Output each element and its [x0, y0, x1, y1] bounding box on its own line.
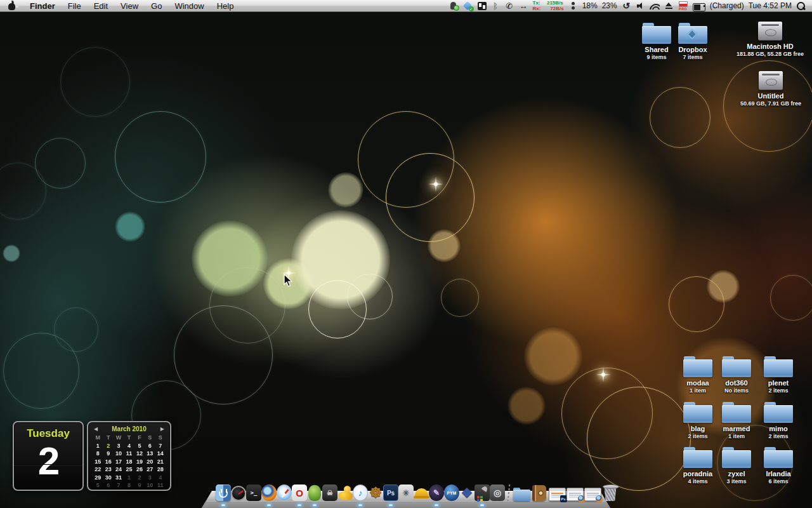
next-month-button[interactable]: ▶ [159, 426, 166, 432]
folder-icon [764, 447, 793, 468]
desktop-icon-info: 2 items [768, 387, 788, 394]
desktop-icon-label: Irlandia [766, 470, 790, 478]
dock-item-remote-desktop[interactable] [475, 482, 490, 501]
calendar-day-cell: 2 [103, 442, 113, 450]
menu-finder[interactable]: Finder [23, 1, 62, 11]
bokeh-circle [35, 138, 86, 189]
grey-app-icon [322, 485, 337, 501]
dock-item-shipwheel[interactable]: ☸ [368, 482, 383, 501]
battery-status-text: (Charged) [710, 1, 744, 10]
wifi-icon[interactable] [650, 3, 660, 10]
dock-item-itunes[interactable]: ♪ [353, 482, 368, 501]
menu-go[interactable]: Go [145, 1, 168, 11]
menu-view[interactable]: View [114, 1, 145, 11]
bluetooth-icon[interactable] [491, 1, 501, 11]
calendar-month-title: March 2010 [112, 425, 146, 432]
calendar-day-cell: 6 [145, 442, 155, 450]
dock: >_O♪☸Ps✳✎PYM❖◎Ps [202, 480, 610, 508]
window-content-lines [587, 493, 599, 494]
dock-separator [506, 485, 512, 501]
desktop-icon-dropbox[interactable]: Dropbox7 items [666, 23, 719, 60]
desktop-icon-info: 181.88 GB, 55.28 GB free [737, 51, 804, 57]
lens-flare-sparkle [601, 373, 605, 377]
amule-icon [308, 485, 321, 501]
menu-clock[interactable]: Tue 4:52 PM [749, 1, 792, 10]
bokeh-circle [524, 327, 582, 385]
dock-item-grey-app[interactable] [322, 482, 337, 501]
calendar-day-cell: 12 [134, 450, 145, 458]
dock-item-firefox[interactable] [261, 482, 277, 501]
bokeh-circle [386, 153, 475, 242]
folder-icon [722, 356, 751, 377]
photoshop-window-thumbnail: Ps [549, 488, 566, 501]
calendar-day-cell: 19 [134, 458, 145, 466]
im-status-icon[interactable] [450, 1, 459, 11]
bokeh-circle [209, 267, 285, 344]
menu-file[interactable]: File [62, 1, 88, 11]
dock-stack-journal[interactable] [530, 482, 548, 501]
time-machine-icon[interactable] [622, 1, 631, 11]
calendar-day-cell: 16 [103, 458, 113, 466]
tiles-icon[interactable] [478, 2, 487, 10]
hard-drive-icon [759, 71, 783, 90]
dock-item-hardhat[interactable] [414, 482, 429, 501]
desktop-icon-macintosh-hd[interactable]: Macintosh HD181.88 GB, 55.28 GB free [743, 22, 797, 57]
dock-minimized-window-3[interactable] [584, 482, 601, 501]
menu-edit[interactable]: Edit [88, 1, 114, 11]
apple-menu-icon[interactable] [8, 1, 17, 11]
desktop-icon-label: blag [691, 425, 705, 432]
desktop-icon-info: 50.69 GB, 7.91 GB free [740, 100, 801, 107]
spotlight-icon[interactable] [796, 1, 806, 11]
folder-icon [678, 23, 707, 44]
dropbox-sync-icon[interactable] [464, 1, 473, 11]
desktop-icon-plenet[interactable]: plenet2 items [752, 356, 805, 394]
prev-month-button[interactable]: ◀ [93, 426, 99, 432]
bokeh-circle [291, 210, 390, 309]
dock-item-aperture-app[interactable]: ◎ [490, 482, 505, 501]
dock-item-finder[interactable] [216, 482, 231, 501]
dock-item-paintbrush[interactable]: ✎ [429, 482, 444, 501]
desktop-icon-label: zyxel [728, 470, 745, 478]
desktop-icon-irlandia[interactable]: Irlandia6 items [752, 447, 805, 485]
desktop-icon-mimo[interactable]: mimo2 items [752, 402, 805, 439]
folder-icon [722, 447, 751, 468]
dock-stack-doc-folder[interactable] [513, 482, 530, 501]
eject-icon[interactable] [664, 1, 674, 11]
dock-item-dashboard[interactable] [231, 482, 246, 501]
menu-help[interactable]: Help [211, 1, 240, 11]
arrows-icon[interactable] [519, 1, 528, 11]
calendar-day-cell: 14 [155, 450, 166, 458]
dock-item-compress[interactable]: ✳ [398, 482, 414, 501]
dock-item-photoshop[interactable]: Ps [383, 482, 398, 501]
folder-icon [683, 447, 712, 468]
keyboard-flag-icon[interactable]: PRO [678, 1, 688, 11]
menu-window[interactable]: Window [168, 1, 210, 11]
calendar-day-cell: 22 [93, 465, 103, 474]
phone-icon[interactable] [505, 1, 514, 11]
calendar-day-cell: 7 [155, 442, 166, 450]
dock-item-amule[interactable] [307, 482, 322, 501]
dots-icon[interactable] [568, 1, 578, 11]
dock-trash[interactable] [601, 482, 619, 501]
dock-minimized-window-2[interactable] [566, 482, 584, 501]
calendar-month-pane: ◀ March 2010 ▶ MTWTFSS123456789101112131… [87, 421, 171, 491]
dock-item-virtualbox[interactable]: ❖ [459, 482, 475, 501]
bokeh-circle [60, 47, 130, 117]
dock-item-cyberduck[interactable] [337, 482, 353, 501]
calendar-day-cell: 31 [114, 474, 124, 482]
calendar-day-cell: 6 [103, 481, 113, 490]
dock-item-safari[interactable] [277, 482, 292, 501]
dock-item-terminal[interactable]: >_ [246, 482, 261, 501]
dock-item-opera[interactable]: O [292, 482, 307, 501]
calendar-day-cell: 10 [114, 450, 124, 458]
calendar-weekday-header: T [103, 434, 113, 442]
volume-icon[interactable] [636, 1, 645, 11]
desktop-icon-untitled[interactable]: Untitled50.69 GB, 7.91 GB free [744, 71, 797, 107]
dock-item-pym[interactable]: PYM [444, 482, 459, 501]
bokeh-circle [115, 111, 206, 203]
bokeh-circle [0, 163, 46, 220]
dock-minimized-window-1[interactable]: Ps [548, 482, 566, 501]
calendar-day-cell: 7 [114, 481, 124, 490]
calendar-day-cell: 30 [103, 474, 113, 482]
battery-icon[interactable] [693, 1, 705, 11]
